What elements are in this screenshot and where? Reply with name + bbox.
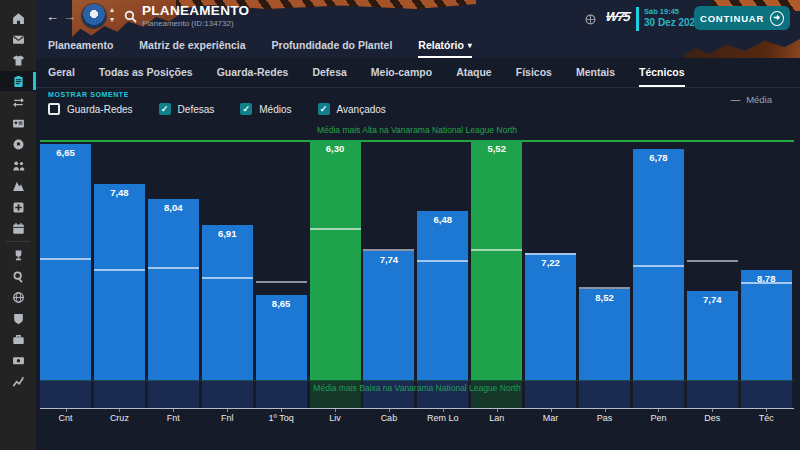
chart-bar-Cab[interactable]: 7,74Cab (363, 58, 414, 450)
chart-bar-Cnt[interactable]: 6,65Cnt (40, 58, 91, 450)
league-average-marker (525, 253, 576, 255)
sidebar-item-club[interactable] (0, 308, 36, 328)
stats-icon (12, 375, 25, 388)
continue-button[interactable]: CONTINUAR ➜ (694, 6, 790, 30)
back-button[interactable]: ← (46, 9, 59, 24)
game-time: Sáb 19:45 (644, 7, 701, 16)
bar-value-label: 8,65 (256, 298, 307, 309)
sidebar-item-home[interactable] (0, 8, 36, 28)
search-icon[interactable] (124, 9, 137, 27)
bar-segment (741, 270, 792, 380)
bar-segment-below-min (525, 380, 576, 408)
club-switcher[interactable]: ▴▾ (110, 5, 114, 25)
sidebar-item-medical[interactable] (0, 197, 36, 217)
bar-segment (363, 251, 414, 380)
staff-icon (12, 159, 25, 172)
axis-tick (443, 408, 444, 412)
bar-segment (471, 140, 522, 380)
axis-tick (712, 408, 713, 412)
axis-tick (497, 408, 498, 412)
bar-segment (148, 199, 199, 380)
bar-segment-below-min (417, 380, 468, 408)
axis-tick (766, 408, 767, 412)
bar-segment-below-min (363, 380, 414, 408)
chart-bar-Des[interactable]: 7,74Des (687, 58, 738, 450)
league-average-marker (687, 260, 738, 262)
league-average-marker (40, 258, 91, 260)
chart-bar-Pen[interactable]: 6,78Pen (633, 58, 684, 450)
bar-segment-below-min (471, 380, 522, 408)
sidebar-item-job[interactable] (0, 329, 36, 349)
bar-segment-below-min (202, 380, 253, 408)
league-average-marker (363, 249, 414, 251)
continue-label: CONTINUAR (700, 13, 764, 24)
sidebar-item-finances[interactable] (0, 350, 36, 370)
bar-segment-below-min (256, 380, 307, 408)
sidebar-item-staff[interactable] (0, 155, 36, 175)
sidebar-item-scouting[interactable] (0, 266, 36, 286)
sidebar-item-stats[interactable] (0, 371, 36, 391)
sidebar-item-schedule[interactable] (0, 218, 36, 238)
transfers-icon (12, 96, 25, 109)
scouting-icon (12, 270, 25, 283)
league-average-marker (633, 265, 684, 267)
game-date: Sáb 19:45 30 Dez 2023 (644, 7, 701, 28)
chart-bar-Pas[interactable]: 8,52Pas (579, 58, 630, 450)
chart-bar-1º Toq[interactable]: 8,651º Toq (256, 58, 307, 450)
date-accent-bar (636, 7, 639, 31)
sidebar-item-training[interactable] (0, 176, 36, 196)
league-average-marker (471, 249, 522, 251)
chart-bar-Rem Lo[interactable]: 6,48Rem Lo (417, 58, 468, 450)
sidebar-item-squad[interactable] (0, 50, 36, 70)
title-block: PLANEAMENTO Planeamento (ID:134732) (142, 3, 249, 28)
sidebar-item-transfers[interactable] (0, 92, 36, 112)
club-badge[interactable] (82, 4, 106, 28)
sidebar-item-competitions[interactable] (0, 245, 36, 265)
medical-icon (12, 201, 25, 214)
wts-logo: W75 (605, 9, 631, 24)
fm-planning-screen: ← → ▴▾ PLANEAMENTO Planeamento (ID:13473… (0, 0, 800, 450)
sidebar-item-inbox[interactable] (0, 29, 36, 49)
league-average-marker (94, 269, 145, 271)
finances-icon (12, 354, 25, 367)
bar-value-label: 6,48 (417, 214, 468, 225)
chart-bar-Mar[interactable]: 7,22Mar (525, 58, 576, 450)
axis-tick (281, 408, 282, 412)
tab-relatorio[interactable]: Relatório▾ (418, 34, 472, 58)
bar-segment-below-min (310, 380, 361, 408)
tab-matriz-de-experiencia[interactable]: Matriz de experiência (139, 34, 245, 58)
axis-tick (658, 408, 659, 412)
league-average-marker (148, 267, 199, 269)
league-average-marker (256, 281, 307, 283)
sidebar-item-world[interactable] (0, 287, 36, 307)
chart-bar-Lan[interactable]: 5,52Lan (471, 58, 522, 450)
tab-label: Profundidade do Plantel (272, 39, 393, 51)
chart-bar-Fnl[interactable]: 6,91Fnl (202, 58, 253, 450)
bar-segment (202, 225, 253, 380)
tab-planeamento[interactable]: Planeamento (48, 34, 113, 58)
league-average-marker (579, 287, 630, 289)
forward-button[interactable]: → (63, 9, 76, 24)
bar-value-label: 7,74 (363, 254, 414, 265)
bar-value-label: 7,22 (525, 257, 576, 268)
sidebar-item-profile[interactable] (0, 113, 36, 133)
axis-tick (119, 408, 120, 412)
tab-label: Planeamento (48, 39, 113, 51)
bar-segment-below-min (148, 380, 199, 408)
chart-bar-Liv[interactable]: 6,30Liv (310, 58, 361, 450)
tab-profundidade-do-plantel[interactable]: Profundidade do Plantel (272, 34, 393, 58)
sidebar-item-planning[interactable] (0, 71, 36, 91)
chart-bar-Fnt[interactable]: 8,04Fnt (148, 58, 199, 450)
axis-tick (66, 408, 67, 412)
bar-value-label: 6,78 (633, 152, 684, 163)
bar-value-label: 5,52 (471, 143, 522, 154)
training-icon (12, 180, 25, 193)
report-panel: GeralTodas as PosiçõesGuarda-RedesDefesa… (36, 58, 800, 450)
chart-bar-Cruz[interactable]: 7,48Cruz (94, 58, 145, 450)
bars-layer: 6,65Cnt7,48Cruz8,04Fnt6,91Fnl8,651º Toq6… (36, 58, 800, 450)
page-title: PLANEAMENTO (142, 3, 249, 18)
tab-label: Relatório (418, 39, 464, 51)
sidebar-item-ball[interactable] (0, 134, 36, 154)
chart-bar-Téc[interactable]: 8,78Téc (741, 58, 792, 450)
home-icon (12, 12, 25, 25)
